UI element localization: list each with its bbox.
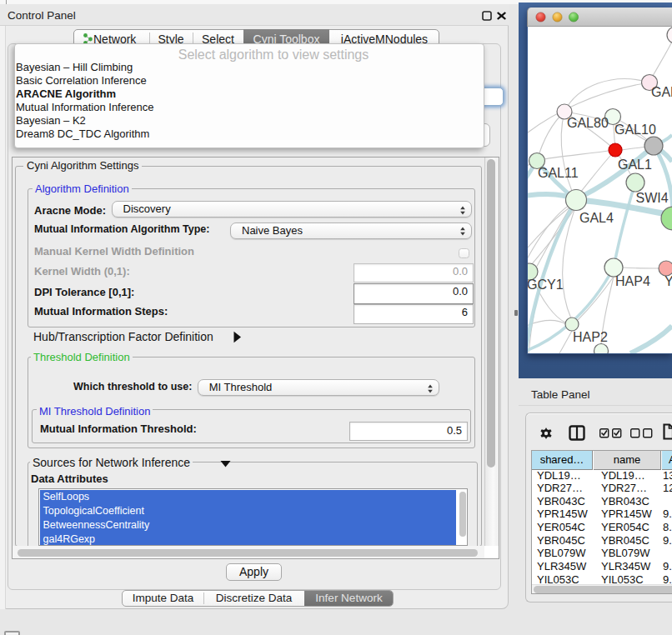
svg-text:GAL1: GAL1	[618, 158, 652, 172]
svg-text:Y: Y	[664, 274, 672, 288]
svg-text:SWI4: SWI4	[636, 191, 669, 205]
svg-text:HAP4: HAP4	[615, 274, 650, 288]
svg-text:GCY1: GCY1	[528, 278, 564, 292]
svg-text:GAL4: GAL4	[579, 211, 614, 225]
svg-text:HAP2: HAP2	[573, 330, 608, 344]
svg-text:GAL11: GAL11	[538, 166, 579, 180]
svg-text:GAL80: GAL80	[567, 116, 609, 130]
svg-text:GAL7: GAL7	[651, 85, 672, 99]
svg-text:GAL10: GAL10	[614, 122, 656, 137]
